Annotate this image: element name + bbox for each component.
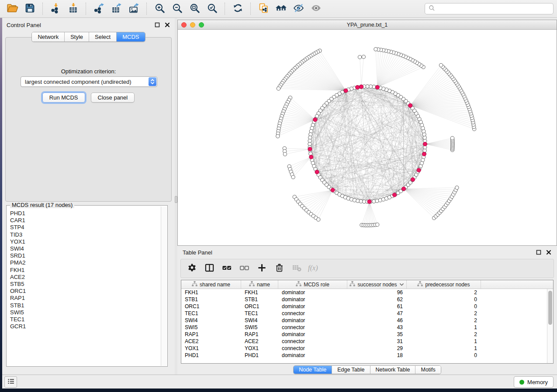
delete-table-icon — [292, 263, 302, 274]
import-table-button[interactable] — [64, 1, 82, 16]
optimization-criterion-select[interactable]: largest connected component (undirected) — [21, 76, 157, 87]
mcds-result-item[interactable]: ACE2 — [10, 274, 161, 281]
column-header-successor-nodes[interactable]: successor nodes — [347, 280, 407, 289]
control-panel-tab-style[interactable]: Style — [65, 32, 89, 41]
first-neighbors-button[interactable] — [272, 1, 290, 16]
zoom-selected-button[interactable] — [203, 1, 221, 16]
tab-network-table[interactable]: Network Table — [370, 366, 416, 374]
network-graph-canvas[interactable] — [178, 30, 557, 245]
table-row[interactable]: SWI4SWI4dominator462 — [181, 317, 547, 324]
control-panel-tab-mcds[interactable]: MCDS — [117, 32, 145, 41]
mcds-result-item[interactable]: TEC1 — [10, 316, 161, 323]
search-box[interactable] — [425, 3, 554, 14]
cell-name: ORC1 — [241, 303, 278, 309]
deselect-all-icon — [239, 263, 249, 274]
task-history-button[interactable] — [4, 376, 17, 388]
cell-MCDS-role: dominator — [278, 331, 347, 337]
show-hide-columns-button[interactable] — [203, 261, 216, 275]
float-panel-icon[interactable] — [154, 22, 160, 28]
deselect-all-button[interactable] — [238, 261, 251, 275]
select-all-button[interactable] — [220, 261, 233, 275]
table-row[interactable]: SWI5SWI5connector431 — [181, 324, 547, 331]
memory-status-icon — [519, 380, 524, 385]
import-network-button[interactable] — [47, 1, 64, 16]
control-panel-tab-network[interactable]: Network — [32, 32, 65, 41]
table-row[interactable]: STB1STB1dominator620 — [181, 296, 547, 303]
show-all-button[interactable] — [307, 1, 325, 16]
zoom-in-button[interactable] — [151, 1, 168, 16]
mcds-result-item[interactable]: ORC1 — [10, 288, 161, 295]
hide-selected-button[interactable] — [290, 1, 307, 16]
column-header-MCDS-role[interactable]: MCDS role — [278, 280, 347, 289]
criterion-value: largest connected component (undirected) — [25, 79, 131, 85]
table-row[interactable]: YOX1YOX1connector291 — [181, 345, 547, 352]
mcds-result-item[interactable]: SRD1 — [10, 252, 161, 259]
table-row[interactable]: FKH1FKH1dominator962 — [181, 289, 547, 296]
mcds-result-item[interactable]: STP4 — [10, 224, 161, 231]
search-input[interactable] — [438, 6, 550, 12]
mcds-result-item[interactable]: SWI4 — [10, 245, 161, 252]
search-icon — [429, 5, 435, 13]
column-header-predecessor-nodes[interactable]: predecessor nodes — [407, 280, 481, 289]
toolbar-separator — [86, 3, 86, 15]
table-row[interactable]: ORC1ORC1dominator610 — [181, 303, 547, 310]
table-row[interactable]: TEC1TEC1connector472 — [181, 310, 547, 317]
column-header-shared-name[interactable]: shared name — [181, 280, 241, 289]
delete-column-icon — [274, 263, 284, 274]
mcds-result-item[interactable]: FKH1 — [10, 267, 161, 274]
first-neighbors-icon — [275, 3, 287, 15]
memory-button[interactable]: Memory — [514, 376, 554, 388]
mcds-result-item[interactable]: STB5 — [10, 281, 161, 288]
close-panel-button[interactable]: Close panel — [91, 93, 135, 103]
tab-edge-table[interactable]: Edge Table — [332, 366, 370, 374]
refresh-button[interactable] — [229, 1, 246, 16]
table-row[interactable]: PHD1PHD1dominator180 — [181, 352, 547, 359]
save-button[interactable] — [21, 1, 38, 16]
cell-successor-nodes: 43 — [347, 324, 407, 330]
table-header-row: shared namenameMCDS rolesuccessor nodesp… — [181, 280, 553, 289]
mcds-result-item[interactable]: RAP1 — [10, 295, 161, 302]
mcds-result-item[interactable]: PHD1 — [10, 210, 161, 217]
mcds-list-scrollbar[interactable] — [161, 206, 167, 366]
mcds-result-list[interactable]: PHD1CAR1STP4TID3YOX1SWI4SRD1PMA2FKH1ACE2… — [7, 206, 161, 366]
run-mcds-button[interactable]: Run MCDS — [42, 93, 85, 103]
tab-motifs[interactable]: Motifs — [415, 366, 440, 374]
main-toolbar — [0, 0, 557, 18]
table-row[interactable]: RAP1RAP1dominator352 — [181, 331, 547, 338]
save-icon — [24, 3, 35, 15]
mcds-result-item[interactable]: YOX1 — [10, 238, 161, 245]
mcds-result-item[interactable]: GCR1 — [10, 323, 161, 330]
cell-name: SWI4 — [241, 317, 278, 323]
column-tree-icon — [296, 281, 301, 288]
scrollbar-thumb[interactable] — [548, 291, 552, 325]
table-panel-tabs: Node TableEdge TableNetwork TableMotifs — [177, 365, 557, 374]
export-table-button[interactable] — [107, 1, 125, 16]
export-network-icon — [93, 3, 104, 15]
table-row[interactable]: ACE2ACE2connector311 — [181, 338, 547, 345]
copy-style-button[interactable] — [255, 1, 272, 16]
mcds-result-item[interactable]: TID3 — [10, 231, 161, 238]
mcds-result-item[interactable]: CAR1 — [10, 217, 161, 224]
export-network-button[interactable] — [90, 1, 107, 16]
column-header-name[interactable]: name — [241, 280, 278, 289]
cell-shared-name: TEC1 — [181, 310, 241, 316]
zoom-out-button[interactable] — [168, 1, 186, 16]
table-scrollbar[interactable] — [547, 289, 553, 363]
delete-columns-button[interactable] — [273, 261, 286, 275]
create-new-column-button[interactable] — [255, 261, 268, 275]
mcds-result-item[interactable]: SWI5 — [10, 309, 161, 316]
import-network-icon — [50, 3, 61, 15]
export-image-button[interactable] — [125, 1, 142, 16]
zoom-fit-button[interactable] — [186, 1, 203, 16]
tab-node-table[interactable]: Node Table — [294, 366, 332, 374]
close-panel-icon[interactable] — [164, 22, 170, 28]
float-table-panel-icon[interactable] — [536, 249, 542, 255]
control-panel-tab-select[interactable]: Select — [89, 32, 117, 41]
mcds-result-item[interactable]: STB1 — [10, 302, 161, 309]
open-button[interactable] — [3, 1, 21, 16]
zoom-out-icon — [172, 3, 183, 15]
table-mode-button[interactable] — [185, 261, 198, 275]
cell-name: STB1 — [241, 296, 278, 303]
close-table-panel-icon[interactable] — [546, 249, 552, 255]
mcds-result-item[interactable]: PMA2 — [10, 259, 161, 266]
